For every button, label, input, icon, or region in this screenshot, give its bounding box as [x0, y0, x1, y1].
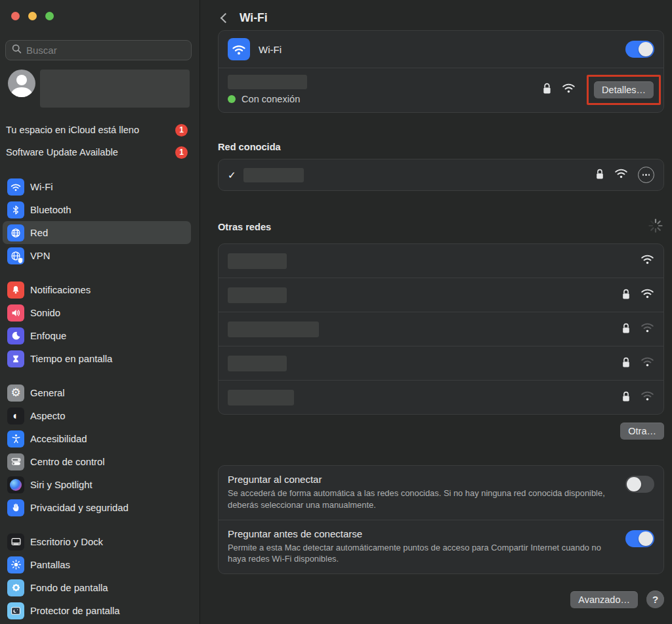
other-network-row[interactable] — [219, 312, 663, 346]
ask-to-join-description: Se accederá de forma automática a las re… — [228, 488, 606, 511]
gear-icon: ⚙ — [7, 385, 24, 402]
other-network-row[interactable] — [219, 244, 663, 278]
accessibility-icon — [7, 430, 24, 447]
page-title: Wi-Fi — [240, 11, 268, 25]
wifi-icon — [7, 178, 24, 196]
search-field[interactable] — [5, 40, 192, 60]
loading-spinner-icon — [647, 217, 664, 237]
connection-status: Con conexión — [242, 94, 300, 104]
moon-icon — [7, 327, 24, 344]
join-options-card: Preguntar al conectar Se accederá de for… — [218, 465, 664, 574]
lock-icon — [595, 168, 604, 182]
search-icon — [12, 44, 22, 56]
bluetooth-icon — [7, 201, 24, 218]
globe-icon — [7, 224, 24, 241]
ask-before-hotspot-title: Preguntar antes de conectarse — [228, 528, 606, 539]
globe-shield-icon — [7, 247, 24, 264]
back-button[interactable] — [220, 12, 231, 23]
sidebar-nav: Wi-Fi Bluetooth Red VPN — [3, 175, 191, 622]
sidebar-item-label: Tiempo en pantalla — [30, 354, 112, 364]
sidebar-item-sonido[interactable]: Sonido — [3, 301, 191, 324]
advanced-button[interactable]: Avanzado… — [570, 591, 638, 608]
notification-badge: 1 — [175, 146, 188, 159]
minimize-window-button[interactable] — [28, 12, 37, 20]
other-network-row[interactable] — [219, 346, 663, 380]
details-button[interactable]: Detalles… — [594, 81, 654, 98]
wifi-toggle[interactable] — [625, 41, 654, 58]
sidebar-item-label: Accesibilidad — [30, 434, 87, 444]
siri-icon — [7, 476, 24, 493]
sidebar-item-centro-de-control[interactable]: Centro de control — [3, 450, 191, 473]
sidebar-item-accesibilidad[interactable]: Accesibilidad — [3, 427, 191, 450]
wifi-signal-icon — [640, 288, 654, 302]
sidebar-item-fondo-de-pantalla[interactable]: Fondo de pantalla — [3, 576, 191, 599]
sidebar: Tu espacio en iCloud está lleno 1 Softwa… — [0, 0, 200, 624]
more-options-button[interactable] — [638, 167, 654, 183]
flower-icon — [7, 579, 24, 596]
zoom-window-button[interactable] — [45, 12, 54, 20]
sidebar-item-label: VPN — [30, 251, 50, 261]
sidebar-item-tiempo-en-pantalla[interactable]: Tiempo en pantalla — [3, 347, 191, 370]
sidebar-item-label: Fondo de pantalla — [30, 583, 108, 593]
redacted-network-name — [228, 287, 287, 303]
screensaver-icon — [7, 602, 24, 619]
ask-before-hotspot-toggle[interactable] — [625, 530, 654, 547]
other-network-row[interactable] — [219, 278, 663, 312]
alert-label: Tu espacio en iCloud está lleno — [6, 125, 139, 135]
sidebar-item-label: Centro de control — [30, 457, 105, 467]
sidebar-item-label: Escritorio y Dock — [30, 537, 103, 547]
sidebar-item-notificaciones[interactable]: Notificaciones — [3, 278, 191, 301]
other-networks-heading: Otras redes — [218, 222, 271, 232]
sun-icon — [7, 556, 24, 573]
wifi-settings-panel: Wi-Fi Wi-Fi Con conexión — [200, 0, 672, 624]
redacted-network-name — [228, 322, 319, 337]
sidebar-item-privacidad-y-seguridad[interactable]: Privacidad y seguridad — [3, 496, 191, 519]
sidebar-item-label: Pantallas — [30, 560, 70, 570]
sidebar-item-enfoque[interactable]: Enfoque — [3, 324, 191, 347]
sidebar-item-escritorio-y-dock[interactable]: Escritorio y Dock — [3, 530, 191, 553]
sidebar-item-icloud-alert[interactable]: Tu espacio en iCloud está lleno 1 — [6, 121, 188, 138]
ask-to-join-toggle[interactable] — [625, 476, 654, 493]
panel-header: Wi-Fi — [218, 0, 664, 26]
known-network-row[interactable]: ✓ — [219, 159, 663, 190]
sidebar-item-general[interactable]: ⚙ General — [3, 381, 191, 404]
sidebar-item-aspecto[interactable]: ◐ Aspecto — [3, 404, 191, 427]
avatar — [8, 70, 35, 97]
other-network-row[interactable] — [219, 381, 663, 414]
redacted-network-name — [243, 168, 304, 182]
sidebar-item-label: Protector de pantalla — [30, 606, 120, 616]
sidebar-item-wifi[interactable]: Wi-Fi — [3, 175, 191, 198]
lock-icon — [621, 288, 631, 302]
wifi-toggle-row: Wi-Fi — [219, 31, 663, 68]
sidebar-item-label: General — [30, 388, 65, 398]
wifi-signal-icon — [614, 168, 628, 182]
sidebar-item-label: Bluetooth — [30, 205, 72, 215]
contrast-icon: ◐ — [7, 407, 24, 425]
search-input[interactable] — [26, 45, 185, 56]
sidebar-item-bluetooth[interactable]: Bluetooth — [3, 198, 191, 221]
sidebar-item-software-update[interactable]: Software Update Available 1 — [6, 144, 188, 161]
sidebar-item-protector-de-pantalla[interactable]: Protector de pantalla — [3, 599, 191, 622]
profile-row[interactable] — [8, 70, 190, 108]
ask-to-join-row: Preguntar al conectar Se accederá de for… — [219, 466, 663, 520]
other-networks-card — [218, 243, 664, 415]
other-network-button[interactable]: Otra… — [620, 423, 664, 440]
check-icon: ✓ — [228, 169, 236, 181]
sidebar-item-red[interactable]: Red — [3, 221, 191, 244]
help-button[interactable]: ? — [646, 591, 664, 608]
lock-icon — [621, 322, 631, 337]
sidebar-item-label: Siri y Spotlight — [30, 480, 93, 490]
close-window-button[interactable] — [11, 12, 20, 20]
wifi-card: Wi-Fi Con conexión — [218, 30, 664, 113]
wifi-signal-icon — [640, 254, 654, 268]
known-network-heading: Red conocida — [218, 142, 664, 152]
lock-icon — [621, 356, 631, 371]
sidebar-item-vpn[interactable]: VPN — [3, 244, 191, 267]
sidebar-item-pantallas[interactable]: Pantallas — [3, 553, 191, 576]
wifi-label: Wi-Fi — [259, 44, 617, 55]
bell-icon — [7, 281, 24, 299]
sidebar-item-siri-y-spotlight[interactable]: Siri y Spotlight — [3, 473, 191, 496]
panel-footer: Avanzado… ? — [218, 591, 664, 608]
sidebar-item-label: Aspecto — [30, 411, 65, 421]
toggles-icon — [7, 453, 24, 470]
